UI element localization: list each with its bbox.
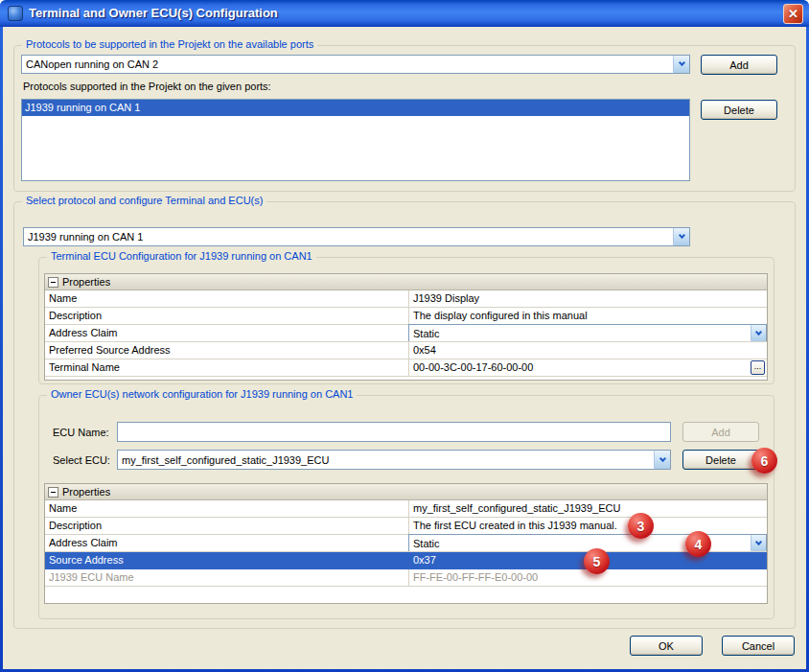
table-row[interactable]: Address Claim Static: [45, 325, 767, 342]
add-protocol-button[interactable]: Add: [701, 55, 777, 75]
delete-ecu-label: Delete: [705, 454, 736, 466]
property-label: Name: [45, 500, 408, 518]
add-ecu-label: Add: [711, 427, 730, 438]
chevron-glyph: [678, 232, 684, 239]
table-row[interactable]: Name my_first_self_configured_static_J19…: [45, 500, 767, 518]
property-label: Address Claim: [45, 535, 408, 552]
property-value: 0x54: [408, 342, 767, 359]
property-label: Description: [45, 308, 408, 325]
row-divider: [45, 586, 767, 587]
callout-badge-3: 3: [628, 513, 654, 539]
property-value: J1939 Display: [408, 290, 767, 308]
chevron-down-icon[interactable]: [654, 451, 670, 469]
ok-button[interactable]: OK: [630, 636, 703, 656]
chevron-glyph: [755, 328, 762, 335]
chevron-down-icon[interactable]: [751, 325, 766, 341]
protocol-to-add-combo[interactable]: CANopen running on CAN 2: [21, 55, 690, 74]
property-value: my_first_self_configured_static_J1939_EC…: [408, 500, 767, 518]
property-value: FF-FE-00-FF-FF-E0-00-00: [408, 569, 767, 587]
terminal-properties-header-label: Properties: [62, 276, 110, 288]
protocols-group-title: Protocols to be supported in the Projekt…: [22, 38, 317, 50]
close-icon: ✕: [788, 7, 798, 21]
property-label: Source Address: [45, 552, 408, 569]
owner-properties-header[interactable]: Properties: [45, 484, 767, 500]
property-value: 00-00-3C-00-17-60-00-00: [408, 359, 767, 377]
callout-badge-4: 4: [685, 531, 711, 557]
table-row[interactable]: Description The display configured in th…: [45, 308, 767, 325]
supported-protocols-list[interactable]: J1939 running on CAN 1: [21, 99, 690, 181]
table-row[interactable]: Description The first ECU created in thi…: [45, 518, 767, 535]
callout-badge-5: 5: [584, 548, 610, 574]
ecu-name-label: ECU Name:: [53, 427, 109, 438]
dialog-window: Terminal and Owner ECU(s) Configuration …: [0, 0, 809, 672]
config-group-title: Select protocol and configure Terminal a…: [22, 195, 266, 206]
terminal-properties-table: Properties Name J1939 Display Descriptio…: [44, 273, 768, 381]
cancel-label: Cancel: [742, 640, 774, 652]
ecu-name-input[interactable]: [117, 422, 671, 442]
supported-protocols-caption: Protocols supported in the Projekt on th…: [23, 81, 271, 92]
property-label: J1939 ECU Name: [45, 569, 408, 587]
add-ecu-button[interactable]: Add: [682, 422, 759, 442]
table-row[interactable]: Address Claim Static: [45, 535, 767, 552]
address-claim-value: Static: [409, 328, 751, 339]
terminal-ecu-group-title: Terminal ECU Configuration for J1939 run…: [47, 250, 316, 262]
property-value: The display configured in this manual: [408, 308, 767, 325]
callout-badge-6-number: 6: [761, 453, 769, 469]
chevron-glyph: [755, 538, 762, 545]
select-ecu-combo[interactable]: my_first_self_configured_static_J1939_EC…: [117, 450, 671, 470]
cancel-button[interactable]: Cancel: [722, 636, 795, 656]
property-label: Name: [45, 290, 408, 308]
property-label: Preferred Source Address: [45, 342, 408, 359]
owner-ecu-group-title: Owner ECU(s) network configuration for J…: [47, 388, 357, 400]
configure-protocol-value: J1939 running on CAN 1: [24, 231, 673, 243]
property-value: The first ECU created in this J1939 manu…: [408, 518, 767, 535]
callout-badge-5-number: 5: [593, 554, 601, 569]
delete-ecu-button[interactable]: Delete: [682, 450, 759, 470]
select-ecu-value: my_first_self_configured_static_J1939_EC…: [118, 454, 654, 466]
select-ecu-label: Select ECU:: [53, 454, 110, 466]
list-item-label: J1939 running on CAN 1: [25, 102, 140, 113]
callout-badge-4-number: 4: [695, 537, 703, 552]
browse-label: ...: [754, 361, 762, 371]
chevron-glyph: [659, 454, 665, 461]
close-button[interactable]: ✕: [783, 4, 803, 24]
protocol-to-add-value: CANopen running on CAN 2: [22, 58, 673, 70]
table-row-disabled[interactable]: J1939 ECU Name FF-FE-00-FF-FF-E0-00-00: [45, 569, 767, 587]
collapse-icon[interactable]: [48, 277, 58, 288]
table-row[interactable]: Terminal Name 00-00-3C-00-17-60-00-00 ..…: [45, 359, 767, 377]
owner-address-claim-combo[interactable]: Static: [408, 534, 767, 552]
title-bar[interactable]: Terminal and Owner ECU(s) Configuration …: [0, 0, 809, 27]
table-row-selected[interactable]: Source Address 0x37: [45, 552, 767, 569]
configure-protocol-combo[interactable]: J1939 running on CAN 1: [23, 227, 690, 246]
chevron-down-icon[interactable]: [673, 228, 689, 245]
property-label: Address Claim: [45, 325, 408, 342]
dialog-content: Protocols to be supported in the Projekt…: [3, 27, 806, 669]
callout-badge-6: 6: [751, 448, 777, 474]
window-title: Terminal and Owner ECU(s) Configuration: [29, 0, 278, 27]
chevron-glyph: [678, 59, 684, 66]
callout-badge-3-number: 3: [637, 519, 645, 534]
app-icon: [8, 6, 23, 21]
property-label: Terminal Name: [45, 359, 408, 377]
terminal-properties-header[interactable]: Properties: [45, 274, 767, 290]
list-item[interactable]: J1939 running on CAN 1: [22, 100, 689, 116]
delete-protocol-button[interactable]: Delete: [701, 100, 777, 120]
ok-label: OK: [659, 640, 674, 652]
row-divider: [45, 376, 767, 377]
browse-terminal-name-button[interactable]: ...: [751, 360, 765, 375]
table-row[interactable]: Preferred Source Address 0x54: [45, 342, 767, 359]
address-claim-combo[interactable]: Static: [408, 324, 767, 342]
add-protocol-label: Add: [729, 59, 749, 71]
owner-properties-header-label: Properties: [62, 486, 110, 498]
delete-protocol-label: Delete: [724, 104, 754, 116]
owner-properties-table: Properties Name my_first_self_configured…: [44, 483, 768, 604]
chevron-down-icon[interactable]: [751, 535, 766, 551]
table-row[interactable]: Name J1939 Display: [45, 290, 767, 308]
property-label: Description: [45, 518, 408, 535]
collapse-icon[interactable]: [48, 487, 58, 498]
chevron-down-icon[interactable]: [673, 56, 689, 73]
